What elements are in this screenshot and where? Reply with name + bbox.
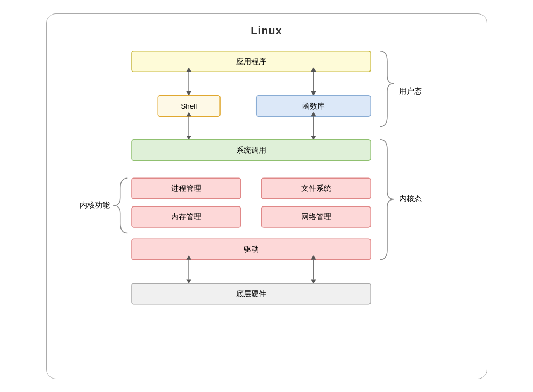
- shell-label: Shell: [181, 102, 197, 110]
- hardware-label: 底层硬件: [236, 290, 266, 298]
- process-label: 进程管理: [171, 184, 201, 193]
- syscall-label: 系统调用: [236, 146, 266, 154]
- outer-container: Linux 应用程序 Shell 函数库 系统调用: [46, 13, 487, 379]
- kernel-func-label: 内核功能: [80, 201, 110, 209]
- network-label: 网络管理: [301, 213, 331, 221]
- svg-marker-22: [186, 279, 191, 283]
- filesystem-label: 文件系统: [301, 184, 331, 193]
- driver-label: 驱动: [244, 245, 259, 253]
- svg-marker-5: [311, 91, 316, 95]
- svg-marker-25: [311, 279, 316, 283]
- svg-marker-10: [186, 136, 191, 140]
- architecture-diagram: 应用程序 Shell 函数库 系统调用 进程管理: [62, 46, 471, 362]
- app-label: 应用程序: [236, 57, 266, 65]
- linux-title: Linux: [251, 25, 282, 37]
- svg-marker-13: [311, 136, 316, 140]
- kernel-mode-label: 内核态: [399, 195, 422, 203]
- user-mode-label: 用户态: [399, 87, 422, 95]
- memory-label: 内存管理: [171, 213, 201, 221]
- svg-marker-2: [186, 91, 191, 95]
- lib-label: 函数库: [302, 102, 324, 110]
